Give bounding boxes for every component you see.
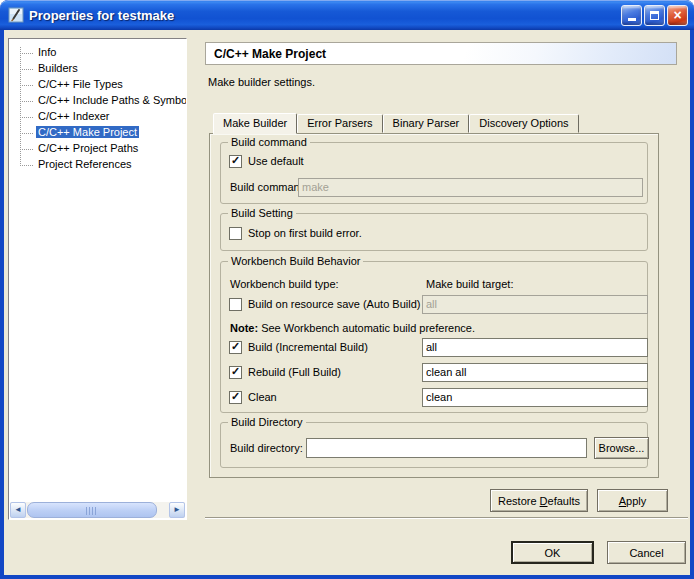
- ok-button[interactable]: OK: [511, 541, 594, 564]
- workbench-note: Note: See Workbench automatic build pref…: [230, 322, 475, 334]
- clean-checkbox[interactable]: ✓: [229, 391, 242, 404]
- title-bar[interactable]: Properties for testmake ×: [0, 0, 694, 30]
- properties-pencil-icon: [8, 7, 24, 23]
- tab-binary-parser[interactable]: Binary Parser: [383, 114, 470, 133]
- stop-on-error-checkbox[interactable]: ✓: [229, 227, 242, 240]
- close-icon: ×: [673, 8, 681, 22]
- build-setting-group-title: Build Setting: [228, 207, 296, 220]
- build-command-group: Build command ✓ Use default Build comman…: [220, 142, 648, 204]
- clean-target-field[interactable]: clean: [422, 388, 648, 407]
- tree-item-project-references[interactable]: Project References: [9, 157, 186, 173]
- checkmark-icon: ✓: [231, 390, 240, 403]
- page-title: C/C++ Make Project: [214, 47, 326, 61]
- rebuild-label: Rebuild (Full Build): [248, 366, 341, 378]
- auto-build-checkbox[interactable]: ✓: [229, 298, 242, 311]
- tree-item-make-project[interactable]: C/C++ Make Project: [9, 125, 186, 141]
- make-builder-panel: Build command ✓ Use default Build comman…: [209, 133, 659, 478]
- scrollbar-grip-icon: [86, 507, 98, 515]
- properties-dialog: Properties for testmake × Info Builders …: [0, 0, 694, 579]
- tab-make-builder[interactable]: Make Builder: [213, 113, 297, 134]
- build-command-group-title: Build command: [228, 136, 310, 149]
- tab-discovery-options[interactable]: Discovery Options: [469, 114, 578, 133]
- tree-item-file-types[interactable]: C/C++ File Types: [9, 77, 186, 93]
- workbench-build-behavior-group: Workbench Build Behavior Workbench build…: [220, 261, 648, 413]
- tree-horizontal-scrollbar[interactable]: ◄ ►: [10, 502, 185, 518]
- apply-button[interactable]: Apply: [597, 489, 668, 512]
- incremental-build-target-field[interactable]: all: [422, 338, 648, 357]
- scrollbar-thumb[interactable]: [27, 502, 157, 518]
- scroll-right-icon: ►: [173, 506, 181, 514]
- note-text: See Workbench automatic build preference…: [258, 322, 475, 334]
- page-header: C/C++ Make Project: [205, 42, 677, 65]
- tree-item-builders[interactable]: Builders: [9, 61, 186, 77]
- scroll-left-button[interactable]: ◄: [10, 502, 26, 518]
- rebuild-checkbox[interactable]: ✓: [229, 366, 242, 379]
- minimize-button[interactable]: [621, 5, 642, 26]
- incremental-build-checkbox[interactable]: ✓: [229, 341, 242, 354]
- tree-item-info[interactable]: Info: [9, 45, 186, 61]
- minimize-icon: [628, 18, 636, 21]
- tree-item-indexer[interactable]: C/C++ Indexer: [9, 109, 186, 125]
- checkmark-icon: ✓: [231, 154, 240, 167]
- rebuild-target-field[interactable]: clean all: [422, 363, 648, 382]
- workbench-build-type-header: Workbench build type:: [230, 278, 339, 290]
- tree-item-list: Info Builders C/C++ File Types C/C++ Inc…: [9, 45, 186, 173]
- apply-label: Apply: [619, 495, 647, 507]
- workbench-group-title: Workbench Build Behavior: [228, 255, 363, 268]
- scroll-left-icon: ◄: [14, 506, 22, 514]
- window-title: Properties for testmake: [29, 8, 621, 23]
- stop-on-error-label: Stop on first build error.: [248, 227, 362, 239]
- clean-label: Clean: [248, 391, 277, 403]
- build-directory-group: Build Directory Build directory: Browse.…: [220, 422, 648, 468]
- restore-defaults-label: Restore Defaults: [498, 495, 580, 507]
- scroll-right-button[interactable]: ►: [169, 502, 185, 518]
- maximize-button[interactable]: [644, 5, 665, 26]
- use-default-label: Use default: [248, 155, 304, 167]
- restore-defaults-button[interactable]: Restore Defaults: [490, 489, 588, 512]
- tree-item-include-paths[interactable]: C/C++ Include Paths & Symbo: [9, 93, 186, 109]
- button-bar-separator: [205, 517, 688, 519]
- make-build-target-header: Make build target:: [426, 278, 513, 290]
- build-directory-label: Build directory:: [230, 442, 303, 454]
- checkmark-icon: ✓: [231, 365, 240, 378]
- page-description: Make builder settings.: [208, 76, 315, 88]
- use-default-checkbox[interactable]: ✓: [229, 155, 242, 168]
- checkmark-icon: ✓: [231, 340, 240, 353]
- properties-tree: Info Builders C/C++ File Types C/C++ Inc…: [8, 38, 187, 520]
- tab-bar: Make Builder Error Parsers Binary Parser…: [213, 114, 579, 134]
- browse-button[interactable]: Browse...: [594, 437, 649, 459]
- tree-item-project-paths[interactable]: C/C++ Project Paths: [9, 141, 186, 157]
- dialog-client-area: Info Builders C/C++ File Types C/C++ Inc…: [4, 30, 690, 575]
- note-label: Note:: [230, 322, 258, 334]
- build-directory-field[interactable]: [306, 438, 587, 458]
- auto-build-label: Build on resource save (Auto Build): [248, 298, 420, 310]
- close-button[interactable]: ×: [667, 5, 688, 26]
- incremental-build-label: Build (Incremental Build): [248, 341, 368, 353]
- build-setting-group: Build Setting ✓ Stop on first build erro…: [220, 213, 648, 251]
- auto-build-target-field: all: [422, 295, 648, 314]
- tab-error-parsers[interactable]: Error Parsers: [297, 114, 382, 133]
- maximize-icon: [650, 11, 659, 20]
- build-command-field: make: [298, 178, 643, 197]
- build-directory-group-title: Build Directory: [228, 416, 306, 429]
- cancel-button[interactable]: Cancel: [607, 541, 686, 564]
